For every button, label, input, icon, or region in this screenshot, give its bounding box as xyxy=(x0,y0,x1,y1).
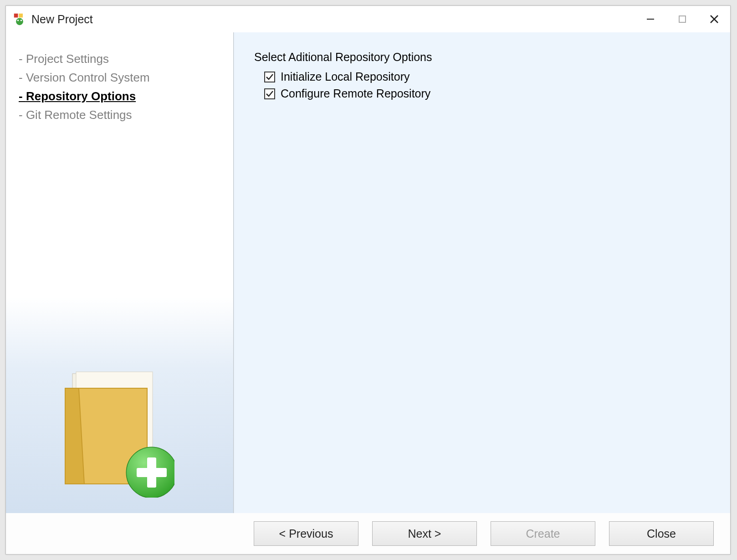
svg-point-3 xyxy=(17,20,19,21)
dialog-body: - Project Settings - Version Control Sys… xyxy=(6,32,730,513)
wizard-footer: < Previous Next > Create Close xyxy=(6,513,730,554)
folder-art-icon xyxy=(6,370,233,499)
checkbox-icon xyxy=(264,72,275,82)
checkbox-label: Initialize Local Repository xyxy=(281,70,409,83)
minimize-button[interactable] xyxy=(635,8,666,31)
maximize-button[interactable] xyxy=(666,8,698,31)
window-title: New Project xyxy=(31,13,93,26)
app-icon xyxy=(13,13,26,26)
nav-item-label: Repository Options xyxy=(26,89,136,103)
svg-rect-14 xyxy=(137,468,167,477)
svg-line-7 xyxy=(711,15,718,23)
option-configure-remote-repo[interactable]: Configure Remote Repository xyxy=(264,87,710,100)
close-button[interactable]: Close xyxy=(609,521,714,546)
nav-item-repository-options[interactable]: - Repository Options xyxy=(19,87,220,106)
create-button: Create xyxy=(491,521,595,546)
wizard-nav: - Project Settings - Version Control Sys… xyxy=(6,32,233,124)
previous-button[interactable]: < Previous xyxy=(254,521,358,546)
svg-line-8 xyxy=(711,15,718,23)
nav-item-label: Version Control System xyxy=(26,71,150,84)
svg-point-2 xyxy=(16,18,23,25)
close-window-button[interactable] xyxy=(698,8,730,31)
svg-rect-1 xyxy=(19,14,23,18)
option-initialize-local-repo[interactable]: Initialize Local Repository xyxy=(264,70,710,83)
nav-item-vcs[interactable]: - Version Control System xyxy=(19,68,220,87)
nav-item-label: Git Remote Settings xyxy=(26,108,132,122)
new-project-dialog: New Project - Project Settings - Version… xyxy=(5,5,731,555)
next-button[interactable]: Next > xyxy=(372,521,477,546)
svg-point-4 xyxy=(20,20,22,21)
window-controls xyxy=(635,8,730,31)
nav-item-project-settings[interactable]: - Project Settings xyxy=(19,50,220,68)
checkbox-label: Configure Remote Repository xyxy=(281,87,430,100)
section-heading: Select Aditional Repository Options xyxy=(254,51,710,64)
titlebar: New Project xyxy=(6,6,730,32)
nav-item-label: Project Settings xyxy=(26,52,109,66)
svg-rect-0 xyxy=(14,14,18,18)
wizard-content: Select Aditional Repository Options Init… xyxy=(234,32,730,513)
wizard-sidebar: - Project Settings - Version Control Sys… xyxy=(6,32,234,513)
checkbox-icon xyxy=(264,88,275,99)
svg-rect-6 xyxy=(679,16,686,22)
nav-item-git-remote[interactable]: - Git Remote Settings xyxy=(19,106,220,124)
